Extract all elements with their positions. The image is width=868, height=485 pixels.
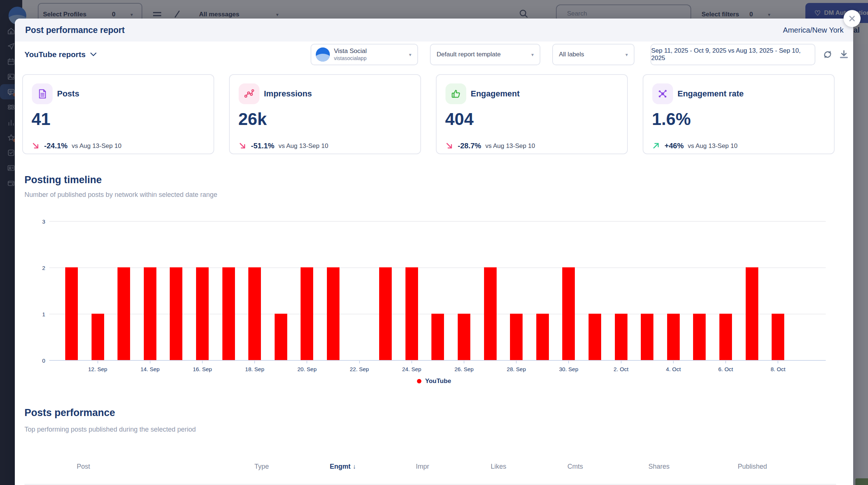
x-axis-tick-label: 24. Sep: [402, 366, 421, 372]
y-axis-tick-label: 2: [33, 265, 45, 271]
profile-select[interactable]: Vista Social vistasocialapp ▾: [311, 44, 418, 65]
column-header-shares[interactable]: Shares: [648, 463, 669, 471]
x-axis-tick-label: 28. Sep: [507, 366, 526, 372]
labels-select[interactable]: All labels ▾: [552, 44, 635, 65]
column-header-impr[interactable]: Impr: [416, 463, 429, 471]
timeline-bar[interactable]: [92, 314, 104, 360]
x-axis-tick: [254, 361, 255, 363]
trend-down-icon: [445, 142, 454, 150]
x-axis-tick: [464, 361, 464, 363]
metric-value: 26k: [238, 109, 267, 129]
timeline-bar[interactable]: [196, 267, 209, 360]
x-axis-tick: [411, 361, 412, 363]
y-axis-tick-label: 3: [33, 218, 45, 225]
date-range-value: Sep 11, 2025 - Oct 9, 2025 vs Aug 13, 20…: [651, 47, 815, 62]
timeline-bar[interactable]: [615, 314, 627, 360]
report-type-dropdown[interactable]: YouTube reports: [24, 44, 97, 65]
x-axis-tick: [97, 361, 98, 363]
x-axis-tick: [673, 361, 674, 363]
x-axis-tick: [150, 361, 150, 363]
metric-card-engagement: Engagement 404 -28.7% vs Aug 13-Sep 10: [436, 74, 628, 154]
timeline-bar[interactable]: [117, 267, 130, 360]
timeline-bar[interactable]: [693, 314, 706, 360]
chart-legend[interactable]: YouTube: [15, 377, 853, 385]
x-axis-tick-label: 12. Sep: [88, 366, 107, 372]
x-axis-tick: [516, 361, 517, 363]
timeline-bar[interactable]: [458, 314, 470, 360]
x-axis-line: [49, 360, 826, 361]
modal-header: Post performance report America/New York: [15, 19, 853, 42]
timeline-bar[interactable]: [746, 267, 758, 360]
metric-value: 404: [445, 109, 474, 129]
posts-note-icon: [37, 88, 48, 99]
x-axis-tick-label: 20. Sep: [298, 366, 317, 372]
chevron-down-icon: ▾: [409, 52, 411, 57]
timeline-bar[interactable]: [562, 267, 575, 360]
posts-performance-subtitle: Top performing posts published during th…: [24, 426, 196, 433]
metric-compare-period: vs Aug 13-Sep 10: [72, 142, 121, 150]
timeline-bar[interactable]: [536, 314, 549, 360]
timeline-bar[interactable]: [170, 267, 182, 360]
metric-card-posts: Posts 41 -24.1% vs Aug 13-Sep 10: [22, 74, 214, 154]
report-template-select[interactable]: Default report template ▾: [430, 44, 540, 65]
x-axis-tick: [725, 361, 726, 363]
x-axis-tick: [568, 361, 569, 363]
posts-table-header: Post Type Engmt↓ Impr Likes Cmts Shares …: [15, 463, 853, 476]
timeline-bar[interactable]: [719, 314, 732, 360]
column-header-post[interactable]: Post: [77, 463, 90, 471]
trend-down-icon: [32, 142, 40, 150]
refresh-button[interactable]: [822, 49, 833, 60]
metric-label: Impressions: [264, 83, 312, 104]
x-axis-tick-label: 26. Sep: [454, 366, 474, 372]
column-header-likes[interactable]: Likes: [491, 463, 506, 471]
post-performance-report-modal: Post performance report America/New York…: [15, 19, 853, 485]
metric-compare-period: vs Aug 13-Sep 10: [278, 142, 328, 150]
labels-value: All labels: [559, 51, 584, 58]
timeline-bar[interactable]: [144, 267, 156, 360]
timeline-bar[interactable]: [275, 314, 287, 360]
posting-timeline-subtitle: Number of published posts by network wit…: [24, 191, 217, 199]
close-modal-button[interactable]: [844, 10, 861, 27]
timeline-bar[interactable]: [484, 267, 497, 360]
chevron-down-icon: ▾: [531, 52, 534, 57]
column-header-type[interactable]: Type: [254, 463, 269, 471]
column-header-engmt[interactable]: Engmt↓: [330, 463, 356, 471]
metric-label: Engagement: [471, 83, 520, 104]
timeline-bar[interactable]: [667, 314, 680, 360]
metric-label: Posts: [57, 83, 79, 104]
x-axis-tick-label: 30. Sep: [559, 366, 579, 372]
date-range-picker[interactable]: Sep 11, 2025 - Oct 9, 2025 vs Aug 13, 20…: [650, 44, 815, 65]
timeline-bar[interactable]: [222, 267, 235, 360]
timeline-bar[interactable]: [641, 314, 653, 360]
x-axis-tick: [202, 361, 203, 363]
timeline-bar[interactable]: [589, 314, 601, 360]
timeline-bar[interactable]: [327, 267, 339, 360]
app-root: Select Profiles 0 ▾ All messages ▾ Searc…: [0, 0, 868, 485]
posting-timeline-title: Posting timeline: [24, 174, 102, 186]
timeline-bar[interactable]: [248, 267, 261, 360]
metric-compare-period: vs Aug 13-Sep 10: [485, 142, 535, 150]
timeline-bar[interactable]: [772, 314, 784, 360]
x-axis-tick-label: 6. Oct: [718, 366, 733, 372]
profile-avatar: [316, 47, 330, 62]
timeline-bar[interactable]: [431, 314, 444, 360]
table-divider: [24, 484, 836, 485]
x-axis-tick-label: 18. Sep: [245, 366, 264, 372]
column-header-cmts[interactable]: Cmts: [567, 463, 583, 471]
profile-name: Vista Social: [334, 47, 367, 55]
column-header-published[interactable]: Published: [738, 463, 767, 471]
timeline-bar[interactable]: [405, 267, 418, 360]
posting-timeline-chart: 012312. Sep14. Sep16. Sep18. Sep20. Sep2…: [15, 211, 853, 378]
timeline-bar[interactable]: [510, 314, 523, 360]
metric-card-engagement-rate: Engagement rate 1.6% +46% vs Aug 13-Sep …: [643, 74, 835, 154]
download-button[interactable]: [838, 49, 849, 60]
timeline-bar[interactable]: [65, 267, 78, 360]
modal-title: Post performance report: [25, 25, 125, 35]
timeline-bar[interactable]: [301, 267, 313, 360]
youtube-legend-label: YouTube: [425, 377, 451, 385]
x-axis-tick: [359, 361, 360, 363]
timeline-bar[interactable]: [379, 267, 392, 360]
metric-change: -24.1%: [44, 142, 67, 150]
metric-compare-period: vs Aug 13-Sep 10: [688, 142, 738, 150]
close-icon: [848, 15, 856, 22]
